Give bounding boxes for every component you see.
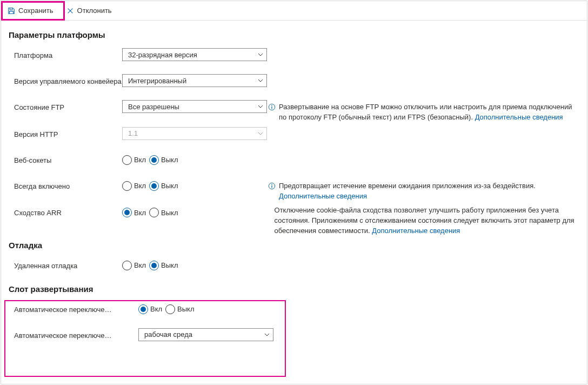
web-sockets-radio-group: Вкл Выкл [122, 153, 178, 165]
info-icon [268, 182, 276, 190]
section-platform-settings: Параметры платформы [9, 30, 579, 39]
save-label: Сохранить [18, 6, 54, 15]
arr-affinity-info: Отключение cookie-файла сходства позволя… [275, 205, 579, 236]
always-on-info: Предотвращает истечение времени ожидания… [279, 181, 579, 202]
label-auto-swap-enabled: Автоматическое переключе… [9, 302, 138, 314]
chevron-down-icon [258, 104, 263, 109]
chevron-down-icon [264, 332, 270, 337]
chevron-down-icon [258, 131, 263, 136]
remote-debug-on-radio[interactable]: Вкл [122, 261, 146, 270]
auto-swap-slot-value: рабочая среда [144, 330, 192, 338]
platform-value: 32-разрядная версия [128, 51, 197, 59]
remote-debug-off-radio[interactable]: Выкл [149, 261, 178, 270]
always-on-off-radio[interactable]: Выкл [149, 181, 178, 191]
label-web-sockets: Веб-сокеты [9, 153, 122, 164]
save-button[interactable]: Сохранить [1, 2, 60, 20]
always-on-radio-group: Вкл Выкл [122, 179, 178, 191]
http-version-dropdown[interactable]: 1.1 [122, 127, 267, 140]
always-on-learn-more-link[interactable]: Дополнительные сведения [279, 192, 367, 200]
label-remote-debug: Удаленная отладка [9, 258, 122, 270]
arr-affinity-off-radio[interactable]: Выкл [149, 208, 178, 217]
ftp-state-info: Развертывание на основе FTP можно отключ… [279, 102, 579, 123]
web-sockets-off-radio[interactable]: Выкл [149, 155, 178, 165]
label-ftp-state: Состояние FTP [9, 100, 122, 111]
web-sockets-on-radio[interactable]: Вкл [122, 155, 146, 165]
platform-dropdown[interactable]: 32-разрядная версия [122, 48, 267, 61]
label-auto-swap-slot: Автоматическое переключе… [9, 328, 138, 340]
label-platform: Платформа [9, 48, 122, 59]
svg-rect-2 [271, 107, 272, 109]
svg-point-1 [271, 105, 272, 107]
info-icon [268, 103, 276, 111]
arr-affinity-on-radio[interactable]: Вкл [122, 208, 146, 217]
svg-rect-5 [271, 185, 272, 188]
save-icon [8, 7, 15, 15]
remote-debug-radio-group: Вкл Выкл [122, 258, 178, 270]
pipeline-value: Интегрированный [128, 77, 186, 85]
discard-button[interactable]: Отклонить [60, 2, 118, 20]
label-http-version: Версия HTTP [9, 127, 122, 138]
auto-swap-off-radio[interactable]: Выкл [165, 304, 194, 314]
http-version-value: 1.1 [128, 129, 138, 137]
pipeline-dropdown[interactable]: Интегрированный [122, 74, 267, 87]
discard-label: Отклонить [77, 6, 112, 15]
toolbar: Сохранить Отклонить [1, 1, 587, 21]
section-deployment-slot: Слот развертывания [9, 284, 579, 294]
auto-swap-on-radio[interactable]: Вкл [138, 304, 162, 314]
label-arr-affinity: Сходство ARR [9, 205, 122, 217]
svg-point-4 [271, 184, 272, 185]
auto-swap-slot-dropdown[interactable]: рабочая среда [138, 328, 273, 341]
label-pipeline: Версия управляемого конвейера [9, 74, 122, 85]
section-debugging: Отладка [9, 241, 579, 250]
chevron-down-icon [258, 52, 263, 57]
ftp-state-learn-more-link[interactable]: Дополнительные сведения [475, 113, 563, 121]
arr-affinity-radio-group: Вкл Выкл [122, 205, 178, 217]
ftp-state-value: Все разрешены [128, 103, 179, 111]
label-always-on: Всегда включено [9, 179, 122, 190]
always-on-on-radio[interactable]: Вкл [122, 181, 146, 191]
ftp-state-dropdown[interactable]: Все разрешены [122, 100, 267, 113]
chevron-down-icon [258, 78, 263, 83]
auto-swap-enabled-radio-group: Вкл Выкл [138, 302, 195, 314]
close-icon [66, 7, 74, 15]
arr-affinity-learn-more-link[interactable]: Дополнительные сведения [372, 227, 460, 235]
